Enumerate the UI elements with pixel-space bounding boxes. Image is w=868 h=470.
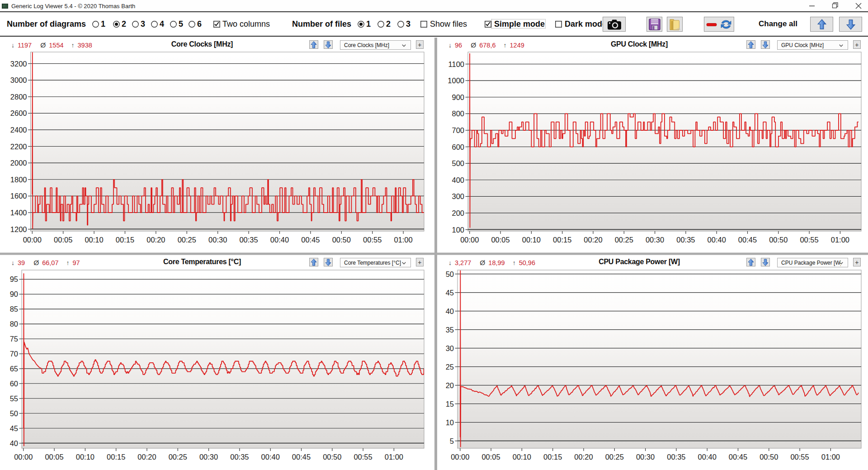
svg-text:00:40: 00:40 (270, 236, 289, 244)
svg-text:00:50: 00:50 (760, 453, 778, 461)
svg-text:1200: 1200 (10, 225, 27, 233)
svg-text:50: 50 (446, 270, 454, 278)
svg-text:00:00: 00:00 (23, 236, 42, 244)
svg-text:00:50: 00:50 (332, 236, 351, 244)
svg-text:900: 900 (452, 93, 464, 101)
svg-text:00:00: 00:00 (14, 453, 33, 461)
svg-text:2000: 2000 (10, 159, 27, 167)
svg-text:00:05: 00:05 (481, 453, 500, 461)
svg-text:80: 80 (10, 320, 18, 328)
svg-text:10: 10 (446, 418, 454, 427)
svg-text:2600: 2600 (10, 109, 27, 117)
svg-text:3000: 3000 (10, 76, 27, 84)
svg-text:400: 400 (452, 176, 464, 184)
svg-text:75: 75 (10, 335, 18, 343)
svg-text:300: 300 (452, 192, 464, 200)
svg-text:00:30: 00:30 (208, 236, 227, 244)
svg-text:00:00: 00:00 (451, 453, 469, 461)
svg-text:00:35: 00:35 (667, 453, 685, 461)
svg-text:00:25: 00:25 (178, 236, 196, 244)
svg-text:00:15: 00:15 (543, 453, 562, 461)
svg-text:00:30: 00:30 (199, 453, 218, 461)
svg-text:40: 40 (10, 439, 18, 447)
svg-text:1600: 1600 (10, 192, 27, 200)
svg-text:00:55: 00:55 (363, 236, 382, 244)
svg-text:00:10: 00:10 (76, 453, 94, 461)
svg-text:40: 40 (446, 307, 454, 315)
svg-text:00:20: 00:20 (574, 453, 593, 461)
svg-text:00:20: 00:20 (137, 453, 156, 461)
svg-text:01:00: 01:00 (394, 236, 412, 244)
svg-text:00:55: 00:55 (800, 236, 818, 244)
svg-text:01:00: 01:00 (831, 236, 849, 244)
svg-text:90: 90 (10, 290, 18, 298)
svg-text:00:55: 00:55 (354, 453, 372, 461)
svg-text:95: 95 (10, 275, 18, 283)
svg-text:00:25: 00:25 (605, 453, 624, 461)
svg-text:00:35: 00:35 (676, 236, 695, 244)
svg-text:45: 45 (10, 424, 18, 432)
svg-text:00:25: 00:25 (615, 236, 633, 244)
svg-text:25: 25 (446, 363, 454, 371)
svg-text:00:45: 00:45 (729, 453, 747, 461)
svg-text:00:20: 00:20 (146, 236, 165, 244)
svg-text:1400: 1400 (10, 209, 27, 217)
svg-text:00:40: 00:40 (708, 236, 726, 244)
svg-text:800: 800 (452, 109, 464, 118)
svg-text:20: 20 (446, 381, 454, 389)
svg-text:700: 700 (452, 126, 464, 134)
svg-text:00:50: 00:50 (769, 236, 788, 244)
svg-text:00:10: 00:10 (522, 236, 541, 244)
svg-text:00:05: 00:05 (45, 453, 63, 461)
svg-text:00:10: 00:10 (85, 236, 103, 244)
svg-text:100: 100 (452, 226, 464, 234)
svg-text:00:45: 00:45 (738, 236, 757, 244)
svg-text:00:20: 00:20 (584, 236, 602, 244)
svg-text:00:30: 00:30 (636, 453, 655, 461)
svg-text:00:15: 00:15 (553, 236, 571, 244)
svg-text:50: 50 (10, 409, 18, 418)
svg-text:600: 600 (452, 143, 464, 151)
svg-text:00:15: 00:15 (107, 453, 125, 461)
svg-text:2400: 2400 (10, 126, 27, 134)
svg-text:00:35: 00:35 (230, 453, 249, 461)
svg-text:1000: 1000 (448, 76, 464, 85)
svg-text:1100: 1100 (448, 60, 464, 68)
svg-text:00:30: 00:30 (646, 236, 664, 244)
svg-text:30: 30 (446, 344, 454, 352)
svg-text:00:40: 00:40 (261, 453, 280, 461)
svg-text:85: 85 (10, 305, 18, 313)
svg-text:60: 60 (10, 380, 18, 388)
svg-text:01:00: 01:00 (821, 453, 840, 461)
svg-text:3200: 3200 (10, 60, 27, 68)
svg-text:1800: 1800 (10, 176, 27, 184)
svg-text:01:00: 01:00 (385, 453, 403, 461)
svg-text:00:15: 00:15 (116, 236, 134, 244)
svg-text:00:10: 00:10 (513, 453, 531, 461)
svg-text:00:35: 00:35 (239, 236, 258, 244)
svg-text:00:40: 00:40 (698, 453, 717, 461)
svg-text:2800: 2800 (10, 93, 27, 101)
svg-text:55: 55 (10, 394, 18, 403)
svg-text:00:25: 00:25 (169, 453, 187, 461)
svg-text:200: 200 (452, 209, 464, 217)
svg-text:65: 65 (10, 365, 18, 373)
svg-text:00:05: 00:05 (54, 236, 72, 244)
svg-text:500: 500 (452, 159, 464, 167)
svg-text:5: 5 (450, 437, 454, 445)
svg-text:45: 45 (446, 289, 454, 297)
svg-text:15: 15 (446, 400, 454, 408)
svg-text:00:00: 00:00 (460, 236, 479, 244)
svg-text:00:05: 00:05 (491, 236, 509, 244)
svg-text:00:50: 00:50 (323, 453, 341, 461)
svg-text:00:45: 00:45 (292, 453, 311, 461)
svg-text:00:55: 00:55 (790, 453, 809, 461)
svg-text:00:45: 00:45 (301, 236, 320, 244)
svg-text:70: 70 (10, 350, 18, 358)
svg-text:35: 35 (446, 326, 454, 334)
svg-text:2200: 2200 (10, 142, 27, 151)
